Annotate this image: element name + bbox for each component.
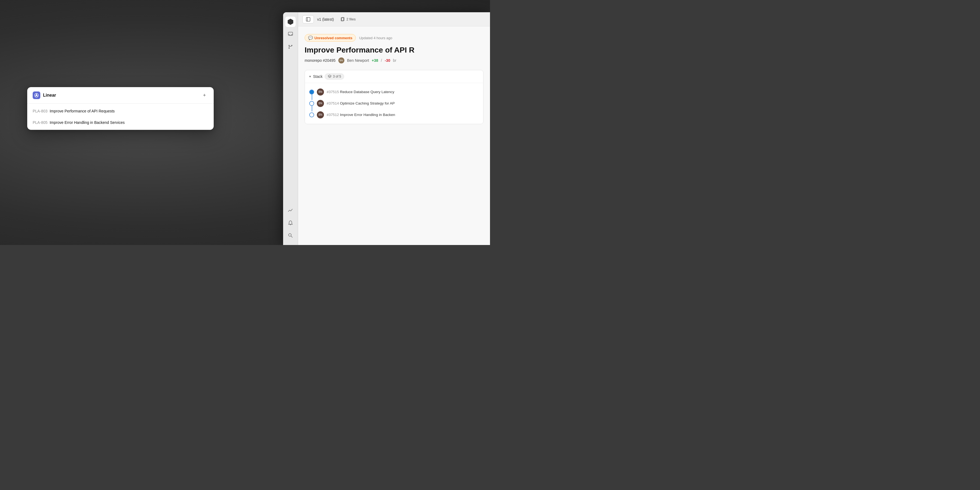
updated-text: Updated 4 hours ago [359, 36, 392, 40]
repo-label: monorepo #20495 [305, 58, 336, 63]
sidebar-toggle-icon [306, 17, 310, 22]
pr-title: Improve Performance of API R [305, 45, 484, 55]
stack-count-badge: 3 of 5 [325, 73, 344, 80]
author-name: Ben Newport [347, 58, 369, 63]
linear-item-title-1: Improve Performance of API Requests [49, 109, 115, 113]
sidebar-icon-branch[interactable] [285, 41, 296, 52]
unresolved-label: Unresolved comments [314, 36, 352, 40]
sidebar-icon-chart[interactable] [285, 205, 296, 216]
stack-item[interactable]: BN #37515 Reduce Database Query Latency [309, 86, 479, 98]
stack-item-avatar-1: BN [317, 89, 324, 95]
author-avatar: BN [338, 57, 344, 64]
linear-title: Linear [43, 93, 56, 98]
pr-meta: monorepo #20495 BN Ben Newport +38 / -30… [305, 57, 484, 64]
stack-item-text-1: #37515 Reduce Database Query Latency [327, 90, 394, 94]
chart-icon [288, 208, 293, 213]
toolbar: v1 (latest) 2 files [298, 12, 490, 26]
comment-icon: 💬 [308, 36, 313, 40]
bell-icon [288, 220, 293, 226]
svg-rect-7 [306, 18, 310, 21]
pr-content: 💬 Unresolved comments Updated 4 hours ag… [298, 26, 490, 132]
linear-logo-area: Linear [33, 91, 56, 99]
svg-point-1 [288, 45, 290, 46]
hexagon-icon [287, 18, 294, 25]
files-icon [340, 17, 345, 22]
files-badge: 2 files [337, 16, 359, 23]
stack-label: Stack [313, 74, 323, 79]
sidebar-icon-search[interactable] [285, 230, 296, 241]
svg-rect-0 [288, 32, 293, 35]
sidebar [283, 12, 298, 245]
linear-panel: Linear + PLA-803 Improve Performance of … [27, 87, 214, 130]
version-label: v1 (latest) [317, 17, 334, 22]
sidebar-toggle-button[interactable] [302, 15, 314, 24]
linear-items: PLA-803 Improve Performance of API Reque… [27, 104, 214, 130]
main-content: v1 (latest) 2 files 💬 Unresolved comment… [298, 12, 490, 245]
stack-dot-2 [309, 101, 314, 106]
stack-chevron-icon[interactable]: ▾ [309, 75, 311, 78]
stack-item-text-3: #37512 Improve Error Handling in Backen [327, 113, 395, 117]
linear-item-1[interactable]: PLA-803 Improve Performance of API Reque… [27, 105, 214, 117]
linear-item-id-1: PLA-803 [33, 109, 48, 113]
stack-item-avatar-2: BN [317, 100, 324, 107]
svg-point-2 [288, 48, 290, 49]
stack-items: BN #37515 Reduce Database Query Latency … [305, 83, 483, 124]
sidebar-icon-inbox[interactable] [285, 29, 296, 40]
app-panel: v1 (latest) 2 files 💬 Unresolved comment… [283, 12, 490, 245]
badge-row: 💬 Unresolved comments Updated 4 hours ag… [305, 34, 484, 41]
sidebar-icon-bell[interactable] [285, 218, 296, 228]
stack-item-avatar-3: BN [317, 111, 324, 118]
layers-icon [328, 75, 332, 78]
sidebar-icon-home[interactable] [285, 17, 296, 27]
stack-header: ▾ Stack 3 of 5 [305, 70, 483, 83]
stack-item[interactable]: BN #37512 Improve Error Handling in Back… [309, 109, 479, 121]
linear-logo-svg [34, 93, 39, 98]
linear-item-title-2: Improve Error Handling in Backend Servic… [49, 120, 124, 125]
stack-item[interactable]: BN #37514 Optimize Caching Strategy for … [309, 98, 479, 109]
search-icon [288, 233, 293, 238]
linear-item-2[interactable]: PLA-805 Improve Error Handling in Backen… [27, 117, 214, 128]
unresolved-badge[interactable]: 💬 Unresolved comments [305, 34, 356, 41]
branch-label: br [393, 58, 396, 63]
files-count: 2 files [346, 17, 356, 21]
branch-icon [288, 44, 293, 49]
diff-separator: / [381, 58, 382, 63]
linear-item-id-2: PLA-805 [33, 120, 48, 125]
stack-item-text-2: #37514 Optimize Caching Strategy for AP [327, 101, 395, 105]
linear-header: Linear + [27, 87, 214, 104]
svg-point-3 [291, 45, 293, 46]
svg-line-6 [291, 236, 293, 237]
diff-plus: +38 [372, 58, 379, 63]
diff-minus: -30 [385, 58, 390, 63]
linear-logo-icon [33, 91, 40, 99]
stack-count: 3 of 5 [333, 75, 341, 78]
stack-dot-3 [309, 113, 314, 117]
inbox-icon [288, 32, 293, 37]
stack-section: ▾ Stack 3 of 5 [305, 70, 484, 124]
linear-add-button[interactable]: + [200, 91, 208, 99]
stack-dot-active [309, 89, 314, 94]
